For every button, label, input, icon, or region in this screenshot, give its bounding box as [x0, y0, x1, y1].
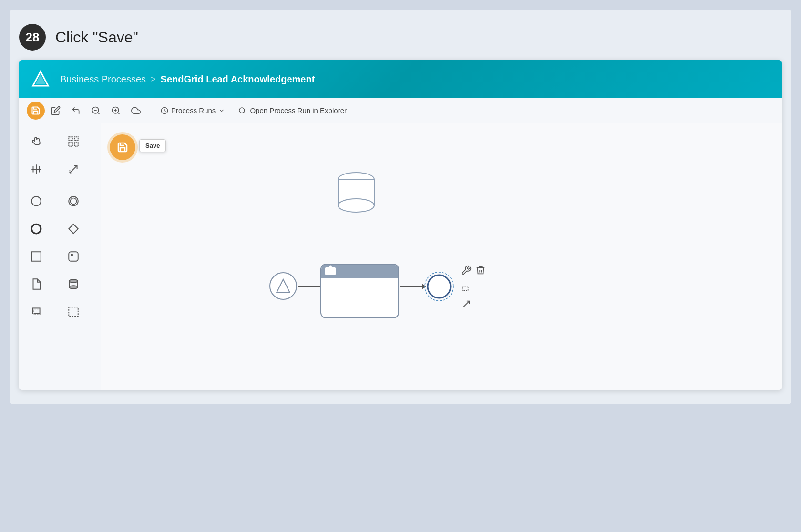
double-circle-tool-button[interactable]: [61, 190, 86, 212]
thick-circle-tool-button[interactable]: [24, 218, 49, 240]
tool-group-shapes-5: [19, 298, 101, 326]
svg-rect-15: [74, 143, 78, 146]
hand-tool-button[interactable]: [24, 131, 49, 153]
svg-rect-14: [69, 143, 72, 146]
dashed-rect-tool-button[interactable]: [61, 301, 86, 323]
document-tool-button[interactable]: [24, 273, 49, 295]
outer-container: 28 Click "Save" Business Processes > Sen…: [10, 10, 791, 404]
svg-rect-12: [69, 137, 72, 141]
arrow-tool-button[interactable]: [61, 158, 86, 180]
circle-tool-button[interactable]: [24, 190, 49, 212]
dashed-rect-icon[interactable]: [461, 283, 472, 295]
tool-group-edit: [19, 155, 101, 183]
shadow-rect-tool-button[interactable]: [24, 301, 49, 323]
svg-rect-30: [71, 254, 72, 256]
task-box[interactable]: [320, 264, 399, 318]
svg-rect-28: [31, 252, 41, 261]
step-number: 28: [19, 24, 46, 51]
square-tool-button[interactable]: [24, 246, 49, 267]
svg-rect-44: [462, 286, 468, 290]
process-runs-label: Process Runs: [171, 106, 216, 114]
app-container: Business Processes > SendGrid Lead Ackno…: [19, 60, 782, 390]
breadcrumb-parent[interactable]: Business Processes: [60, 74, 146, 85]
svg-rect-13: [74, 137, 78, 141]
breadcrumb-separator: >: [151, 74, 156, 84]
svg-point-42: [428, 275, 451, 298]
context-menu: [461, 265, 486, 311]
cylinder-tool-button[interactable]: [61, 273, 86, 295]
svg-line-6: [118, 112, 120, 114]
svg-point-26: [31, 224, 41, 234]
open-explorer-label: Open Process Run in Explorer: [250, 106, 347, 114]
trash-icon[interactable]: [475, 265, 486, 278]
breadcrumb: Business Processes > SendGrid Lead Ackno…: [60, 74, 315, 85]
breadcrumb-current: SendGrid Lead Acknowledgement: [161, 74, 315, 85]
svg-line-3: [98, 112, 100, 114]
diamond-tool-button[interactable]: [61, 218, 86, 240]
start-event[interactable]: [268, 271, 298, 303]
svg-point-39: [338, 199, 374, 212]
svg-line-20: [70, 165, 77, 173]
tool-panel: [19, 123, 101, 390]
logo-area: [29, 67, 52, 91]
select-tool-button[interactable]: [61, 131, 86, 153]
svg-marker-27: [69, 224, 78, 234]
logo-icon: [29, 67, 52, 91]
wrench-icon[interactable]: [461, 265, 472, 278]
tool-group-shapes-1: [19, 187, 101, 215]
process-runs-button[interactable]: Process Runs: [155, 103, 231, 117]
tool-group-shapes-2: [19, 215, 101, 243]
svg-line-11: [244, 112, 245, 113]
tool-group-shapes-4: [19, 270, 101, 298]
svg-rect-36: [69, 307, 78, 317]
save-highlight-overlay: Save: [110, 134, 135, 160]
tool-group-shapes-3: [19, 243, 101, 270]
toolbar-separator: [150, 104, 150, 117]
connect-icon[interactable]: [461, 299, 486, 311]
edit-button[interactable]: [47, 102, 65, 120]
svg-point-25: [70, 198, 76, 205]
database-shape[interactable]: [335, 171, 378, 220]
undo-button[interactable]: [67, 102, 85, 120]
svg-point-40: [270, 273, 297, 299]
svg-point-23: [31, 196, 41, 206]
save-tooltip: Save: [139, 139, 166, 152]
toolbar: Process Runs Open Process Run in Explore…: [19, 98, 782, 123]
top-bar: Business Processes > SendGrid Lead Ackno…: [19, 60, 782, 98]
svg-rect-29: [69, 252, 78, 261]
open-explorer-button[interactable]: Open Process Run in Explorer: [233, 103, 352, 117]
rounded-rect-tool-button[interactable]: [61, 246, 86, 267]
tool-group-pointer: [19, 128, 101, 155]
svg-point-10: [239, 108, 245, 113]
canvas-area[interactable]: Save: [101, 123, 782, 390]
zoom-in-button[interactable]: [107, 102, 125, 120]
step-header: 28 Click "Save": [19, 24, 782, 51]
end-event[interactable]: [422, 270, 456, 305]
tool-group-separator-1: [24, 185, 96, 185]
main-area: Save: [19, 123, 782, 390]
svg-line-45: [463, 301, 470, 307]
zoom-out-button[interactable]: [87, 102, 105, 120]
step-title: Click "Save": [55, 29, 138, 46]
save-button[interactable]: [27, 102, 45, 120]
split-tool-button[interactable]: [24, 158, 49, 180]
cloud-button[interactable]: [127, 102, 145, 120]
